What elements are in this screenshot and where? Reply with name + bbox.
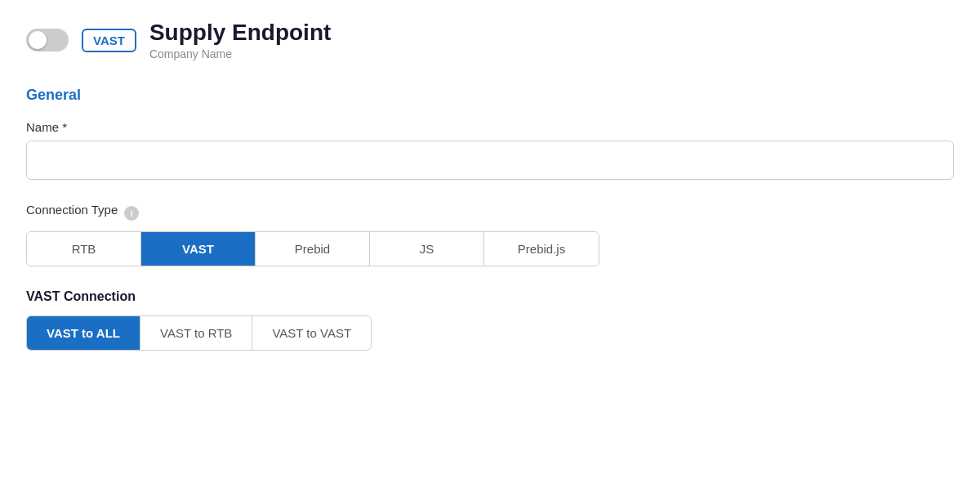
connection-type-tabs: RTB VAST Prebid JS Prebid.js — [26, 231, 599, 266]
page-header: VAST Supply Endpoint Company Name — [26, 20, 954, 60]
connection-type-label: Connection Type — [26, 203, 118, 217]
tab-vast-to-vast[interactable]: VAST to VAST — [252, 316, 371, 350]
info-icon[interactable]: i — [124, 206, 139, 221]
vast-badge: VAST — [82, 29, 136, 52]
general-section: General Name * Connection Type i RTB VAS… — [26, 87, 954, 266]
connection-type-group: Connection Type i RTB VAST Prebid JS Pre… — [26, 203, 954, 266]
connection-type-label-row: Connection Type i — [26, 203, 954, 223]
vast-connection-label: VAST Connection — [26, 289, 954, 304]
toggle-switch[interactable] — [26, 29, 69, 51]
tab-rtb[interactable]: RTB — [27, 232, 141, 266]
tab-js[interactable]: JS — [370, 232, 484, 266]
page-title: Supply Endpoint — [149, 20, 331, 46]
title-block: Supply Endpoint Company Name — [149, 20, 331, 60]
tab-prebid[interactable]: Prebid — [256, 232, 370, 266]
name-field-group: Name * — [26, 120, 954, 180]
section-title-general: General — [26, 87, 954, 104]
tab-vast[interactable]: VAST — [141, 232, 256, 266]
tab-vast-to-rtb[interactable]: VAST to RTB — [140, 316, 252, 350]
page-subtitle: Company Name — [149, 47, 331, 60]
tab-prebid-js[interactable]: Prebid.js — [484, 232, 599, 266]
name-field-label: Name * — [26, 120, 954, 134]
name-input[interactable] — [26, 141, 954, 180]
vast-connection-tabs: VAST to ALL VAST to RTB VAST to VAST — [26, 315, 372, 351]
tab-vast-to-all[interactable]: VAST to ALL — [27, 316, 140, 350]
vast-connection-section: VAST Connection VAST to ALL VAST to RTB … — [26, 289, 954, 351]
